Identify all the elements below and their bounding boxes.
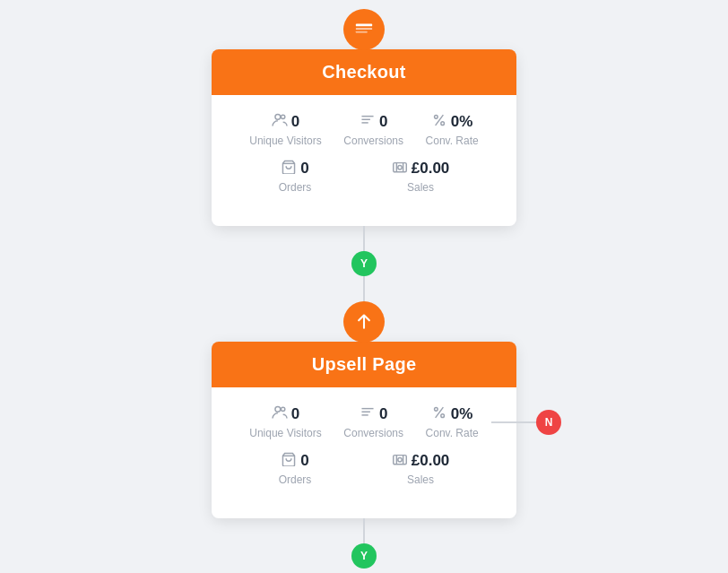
svg-point-9 xyxy=(434,116,438,119)
svg-line-8 xyxy=(435,115,443,126)
upsell-sales-label: Sales xyxy=(407,473,434,486)
checkout-stats-row-1: 0 Unique Visitors xyxy=(238,113,490,147)
checkout-conversions-value: 0 xyxy=(379,113,387,131)
checkout-card-body: 0 Unique Visitors xyxy=(212,95,516,226)
yes-badge-2: Y xyxy=(351,543,377,569)
upsell-sales: £0.00 Sales xyxy=(392,452,450,486)
upsell-bottom-connector: Y xyxy=(351,518,377,569)
svg-point-22 xyxy=(434,408,438,412)
checkout-conv-rate: 0% Conv. Rate xyxy=(426,113,479,147)
upsell-conv-rate: 0% Conv. Rate xyxy=(426,405,479,439)
upsell-title: Upsell Page xyxy=(312,354,417,374)
connector-line-1 xyxy=(363,226,365,251)
connector-line-3 xyxy=(363,518,365,543)
svg-point-16 xyxy=(275,406,281,412)
upsell-card: Upsell Page xyxy=(212,342,516,518)
n-badge-container: N xyxy=(491,410,561,435)
checkout-conversions: 0 Conversions xyxy=(343,113,403,147)
svg-point-26 xyxy=(398,458,402,462)
checkout-conv-rate-value: 0% xyxy=(451,113,473,131)
checkout-orders-label: Orders xyxy=(279,181,312,194)
svg-rect-25 xyxy=(393,456,406,464)
conv-rate-icon xyxy=(431,113,447,131)
checkout-card-header: Checkout xyxy=(212,49,516,95)
yes-badge-1: Y xyxy=(351,251,377,276)
upsell-conversions-label: Conversions xyxy=(343,427,403,439)
upsell-unique-visitors: 0 Unique Visitors xyxy=(249,405,321,439)
svg-point-17 xyxy=(281,407,284,411)
upsell-sales-icon xyxy=(392,452,408,470)
canvas: Checkout xyxy=(0,0,728,573)
svg-rect-12 xyxy=(393,163,406,172)
upsell-orders-value: 0 xyxy=(300,452,308,470)
svg-line-21 xyxy=(435,407,443,418)
conversions-icon xyxy=(360,113,376,131)
checkout-conv-rate-label: Conv. Rate xyxy=(426,135,479,147)
checkout-conversions-label: Conversions xyxy=(343,135,403,147)
sales-icon xyxy=(392,160,408,178)
upsell-stats-row-1: 0 Unique Visitors xyxy=(238,405,490,439)
no-badge: N xyxy=(536,410,561,435)
checkout-card: Checkout xyxy=(212,49,516,226)
svg-point-4 xyxy=(281,115,284,118)
checkout-title: Checkout xyxy=(322,62,406,82)
upsell-users-icon xyxy=(272,405,288,423)
flow-container: Checkout xyxy=(212,9,516,569)
users-icon xyxy=(272,113,288,131)
upsell-conv-rate-label: Conv. Rate xyxy=(426,427,479,439)
n-connector-line xyxy=(491,421,536,423)
upsell-orders-label: Orders xyxy=(279,473,312,486)
checkout-stats-row-2: 0 Orders xyxy=(238,160,490,194)
checkout-to-upsell-connector: Y xyxy=(351,226,377,301)
upsell-sales-value: £0.00 xyxy=(412,452,450,470)
orders-icon xyxy=(281,160,297,178)
checkout-sales: £0.00 Sales xyxy=(392,160,450,194)
checkout-unique-visitors: 0 Unique Visitors xyxy=(249,113,321,147)
svg-point-3 xyxy=(275,114,281,119)
upsell-conversions-value: 0 xyxy=(379,405,387,423)
checkout-orders-value: 0 xyxy=(300,160,308,178)
upsell-orders: 0 Orders xyxy=(279,452,312,486)
upsell-conv-rate-icon xyxy=(431,405,447,423)
checkout-unique-visitors-value: 0 xyxy=(291,113,299,131)
upsell-conversions: 0 Conversions xyxy=(343,405,403,439)
upsell-node-icon xyxy=(343,301,385,343)
svg-rect-1 xyxy=(356,28,372,30)
checkout-sales-value: £0.00 xyxy=(412,160,450,178)
checkout-orders: 0 Orders xyxy=(279,160,312,194)
upsell-unique-visitors-value: 0 xyxy=(291,405,299,423)
svg-rect-2 xyxy=(356,31,368,33)
svg-point-13 xyxy=(398,166,402,169)
upsell-card-body: 0 Unique Visitors xyxy=(212,387,516,518)
checkout-sales-label: Sales xyxy=(407,181,434,194)
upsell-orders-icon xyxy=(281,452,297,470)
svg-point-10 xyxy=(441,122,445,126)
checkout-unique-visitors-label: Unique Visitors xyxy=(249,135,321,147)
upsell-conv-rate-value: 0% xyxy=(451,405,473,423)
upsell-unique-visitors-label: Unique Visitors xyxy=(249,427,321,439)
upsell-conversions-icon xyxy=(360,405,376,423)
svg-point-23 xyxy=(441,414,445,418)
svg-rect-0 xyxy=(356,24,372,27)
checkout-node-icon xyxy=(343,9,385,50)
upsell-card-header: Upsell Page xyxy=(212,342,516,387)
upsell-stats-row-2: 0 Orders xyxy=(238,452,490,486)
connector-line-2 xyxy=(363,276,365,301)
